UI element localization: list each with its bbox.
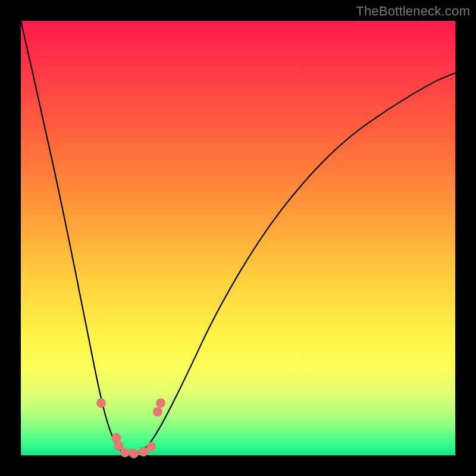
data-marker (96, 398, 106, 408)
data-marker (114, 441, 123, 450)
data-marker (146, 441, 156, 451)
bottleneck-curve (21, 21, 455, 455)
data-marker (156, 398, 165, 408)
data-marker (139, 447, 148, 456)
curve-path (21, 21, 455, 455)
data-marker (120, 448, 130, 458)
chart-frame: TheBottleneck.com (0, 0, 476, 476)
data-marker (153, 407, 162, 416)
data-marker (129, 449, 139, 458)
plot-area (21, 21, 455, 455)
watermark-text: TheBottleneck.com (356, 4, 470, 19)
